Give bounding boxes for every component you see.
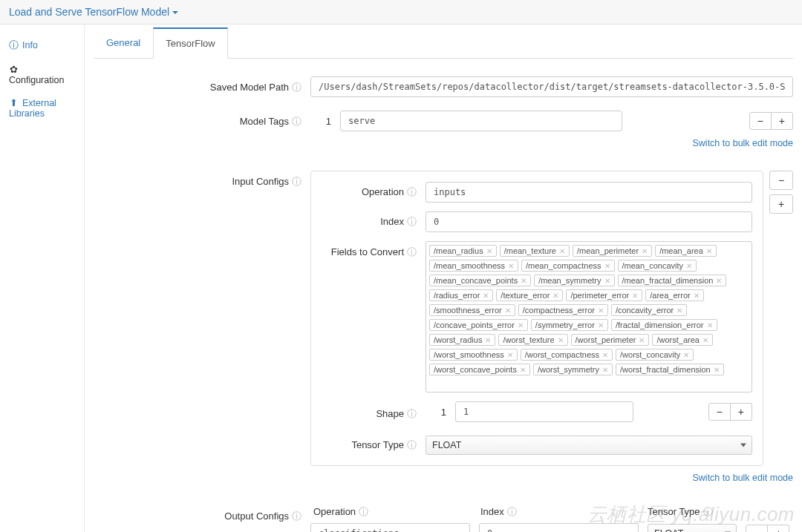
field-tag[interactable]: /concavity_error✕ bbox=[611, 304, 687, 316]
remove-tag-icon[interactable]: ✕ bbox=[507, 351, 513, 359]
field-tag[interactable]: /texture_error✕ bbox=[496, 289, 563, 301]
remove-tag-icon[interactable]: ✕ bbox=[639, 336, 645, 344]
field-tag[interactable]: /area_error✕ bbox=[645, 289, 703, 301]
remove-tag-icon[interactable]: ✕ bbox=[602, 351, 608, 359]
remove-tag-icon[interactable]: ✕ bbox=[483, 292, 489, 300]
label-index: Indexⓘ bbox=[322, 215, 426, 229]
field-tag[interactable]: /smoothness_error✕ bbox=[429, 304, 515, 316]
help-icon[interactable]: ⓘ bbox=[292, 116, 301, 127]
remove-tag-icon[interactable]: ✕ bbox=[604, 262, 610, 270]
add-model-tag-button[interactable]: + bbox=[772, 112, 793, 130]
output-operation-input[interactable] bbox=[310, 523, 470, 532]
field-tag[interactable]: /worst_fractal_dimension✕ bbox=[616, 364, 724, 375]
field-tag[interactable]: /compactness_error✕ bbox=[518, 304, 608, 316]
remove-tag-icon[interactable]: ✕ bbox=[686, 262, 692, 270]
model-tag-input[interactable] bbox=[340, 111, 622, 131]
remove-tag-icon[interactable]: ✕ bbox=[602, 366, 608, 374]
field-tag[interactable]: /worst_smoothness✕ bbox=[429, 349, 518, 361]
remove-tag-icon[interactable]: ✕ bbox=[518, 321, 524, 329]
field-tag[interactable]: /worst_texture✕ bbox=[498, 334, 567, 346]
tensor-type-select[interactable]: FLOAT bbox=[426, 436, 752, 455]
remove-output-config-button[interactable]: − bbox=[746, 525, 768, 532]
help-icon[interactable]: ⓘ bbox=[407, 186, 417, 197]
help-icon[interactable]: ⓘ bbox=[292, 510, 301, 522]
field-tag[interactable]: /mean_compactness✕ bbox=[521, 260, 615, 272]
field-tag[interactable]: /worst_area✕ bbox=[652, 334, 712, 346]
field-tag[interactable]: /mean_radius✕ bbox=[429, 245, 497, 257]
field-tag[interactable]: /worst_concave_points✕ bbox=[429, 364, 530, 375]
help-icon[interactable]: ⓘ bbox=[407, 216, 417, 227]
remove-input-config-button[interactable]: − bbox=[769, 171, 793, 190]
field-tag[interactable]: /worst_perimeter✕ bbox=[571, 334, 650, 346]
remove-tag-icon[interactable]: ✕ bbox=[521, 277, 526, 285]
fields-to-convert-tags[interactable]: /mean_radius✕/mean_texture✕/mean_perimet… bbox=[426, 241, 752, 393]
remove-tag-icon[interactable]: ✕ bbox=[598, 321, 604, 329]
output-index-input[interactable] bbox=[479, 523, 639, 532]
remove-tag-icon[interactable]: ✕ bbox=[520, 366, 526, 374]
field-tag[interactable]: /mean_concavity✕ bbox=[618, 260, 697, 272]
field-tag[interactable]: /mean_concave_points✕ bbox=[429, 275, 531, 286]
breadcrumb-title[interactable]: Load and Serve TensorFlow Model bbox=[9, 6, 178, 18]
help-icon[interactable]: ⓘ bbox=[292, 82, 301, 93]
help-icon[interactable]: ⓘ bbox=[292, 176, 301, 187]
field-tag[interactable]: /mean_area✕ bbox=[655, 245, 717, 257]
remove-tag-icon[interactable]: ✕ bbox=[552, 292, 558, 300]
switch-bulk-input-configs[interactable]: Switch to bulk edit mode bbox=[693, 473, 794, 483]
operation-input[interactable] bbox=[426, 182, 752, 203]
field-tag[interactable]: /mean_texture✕ bbox=[500, 245, 570, 257]
field-tag[interactable]: /mean_smoothness✕ bbox=[429, 260, 518, 272]
remove-tag-icon[interactable]: ✕ bbox=[558, 336, 564, 344]
remove-tag-icon[interactable]: ✕ bbox=[508, 262, 514, 270]
remove-tag-icon[interactable]: ✕ bbox=[485, 336, 491, 344]
remove-tag-icon[interactable]: ✕ bbox=[716, 277, 722, 285]
index-input[interactable] bbox=[426, 211, 752, 232]
remove-tag-icon[interactable]: ✕ bbox=[694, 292, 700, 300]
switch-bulk-model-tags[interactable]: Switch to bulk edit mode bbox=[693, 138, 794, 148]
field-tag[interactable]: /symmetry_error✕ bbox=[531, 319, 608, 331]
saved-model-path-input[interactable] bbox=[310, 76, 793, 97]
remove-tag-icon[interactable]: ✕ bbox=[598, 306, 604, 315]
help-icon[interactable]: ⓘ bbox=[359, 506, 368, 517]
remove-tag-icon[interactable]: ✕ bbox=[559, 247, 565, 255]
field-tag[interactable]: /mean_symmetry✕ bbox=[534, 275, 614, 286]
field-tag[interactable]: /radius_error✕ bbox=[429, 289, 493, 301]
remove-tag-icon[interactable]: ✕ bbox=[706, 247, 712, 255]
remove-tag-icon[interactable]: ✕ bbox=[604, 277, 610, 285]
remove-tag-icon[interactable]: ✕ bbox=[683, 351, 689, 359]
field-tag[interactable]: /perimeter_error✕ bbox=[566, 289, 642, 301]
remove-shape-button[interactable]: − bbox=[708, 403, 731, 421]
output-tensor-type-select[interactable]: FLOAT bbox=[648, 524, 737, 532]
sidebar-item-configuration[interactable]: ✿Configuration bbox=[0, 58, 84, 91]
field-tag[interactable]: /mean_fractal_dimension✕ bbox=[618, 275, 727, 286]
remove-tag-icon[interactable]: ✕ bbox=[702, 336, 708, 344]
remove-tag-icon[interactable]: ✕ bbox=[714, 366, 720, 374]
sidebar-item-info[interactable]: ⓘInfo bbox=[0, 33, 84, 58]
help-icon[interactable]: ⓘ bbox=[703, 506, 713, 517]
field-tag[interactable]: /concave_points_error✕ bbox=[429, 319, 528, 331]
remove-tag-icon[interactable]: ✕ bbox=[642, 247, 648, 255]
field-tag[interactable]: /mean_perimeter✕ bbox=[573, 245, 652, 257]
field-tag[interactable]: /worst_symmetry✕ bbox=[533, 364, 613, 375]
remove-tag-icon[interactable]: ✕ bbox=[632, 292, 638, 300]
help-icon[interactable]: ⓘ bbox=[407, 246, 417, 257]
tab-tensorflow[interactable]: TensorFlow bbox=[153, 27, 227, 59]
tab-general[interactable]: General bbox=[94, 27, 153, 59]
remove-tag-icon[interactable]: ✕ bbox=[486, 247, 492, 255]
sidebar-item-external-libraries[interactable]: ⬆External Libraries bbox=[0, 91, 84, 125]
help-icon[interactable]: ⓘ bbox=[407, 439, 417, 450]
shape-input[interactable] bbox=[455, 401, 633, 422]
help-icon[interactable]: ⓘ bbox=[407, 408, 417, 419]
field-tag[interactable]: /fractal_dimension_error✕ bbox=[611, 319, 717, 331]
remove-tag-icon[interactable]: ✕ bbox=[505, 306, 511, 315]
list-index: 1 bbox=[426, 407, 446, 418]
remove-model-tag-button[interactable]: − bbox=[749, 112, 772, 130]
add-input-config-button[interactable]: + bbox=[769, 194, 793, 214]
help-icon[interactable]: ⓘ bbox=[507, 506, 517, 517]
add-output-config-button[interactable]: + bbox=[768, 525, 789, 532]
remove-tag-icon[interactable]: ✕ bbox=[707, 321, 713, 329]
field-tag[interactable]: /worst_compactness✕ bbox=[521, 349, 613, 361]
remove-tag-icon[interactable]: ✕ bbox=[677, 306, 682, 315]
add-shape-button[interactable]: + bbox=[731, 403, 752, 421]
field-tag[interactable]: /worst_concavity✕ bbox=[616, 349, 694, 361]
field-tag[interactable]: /worst_radius✕ bbox=[429, 334, 495, 346]
